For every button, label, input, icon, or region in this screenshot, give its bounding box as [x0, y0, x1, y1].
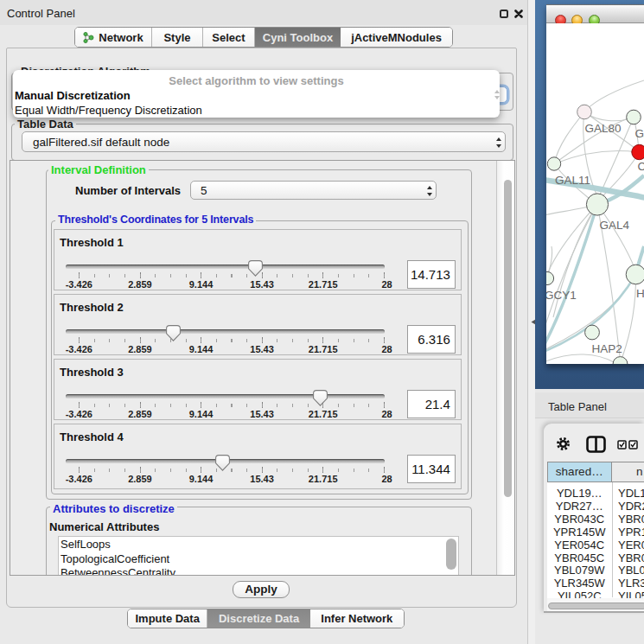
- svg-text:GCY1: GCY1: [546, 289, 577, 302]
- svg-text:CYC: CYC: [638, 160, 644, 173]
- svg-text:GAL11: GAL11: [555, 174, 590, 187]
- svg-text:HIS: HIS: [636, 287, 644, 300]
- svg-text:GAL80: GAL80: [585, 122, 622, 135]
- svg-text:HAP2: HAP2: [592, 342, 622, 355]
- svg-text:GAL: GAL: [635, 127, 644, 140]
- svg-text:GAL4: GAL4: [600, 219, 630, 232]
